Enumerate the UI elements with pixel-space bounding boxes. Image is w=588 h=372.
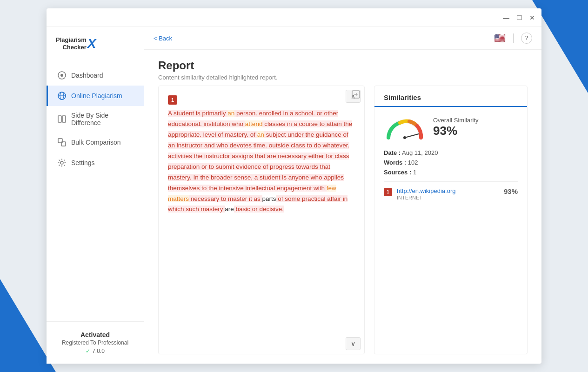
svg-point-12 [403,136,406,139]
gauge-container [384,114,426,140]
similarities-title: Similarities [384,93,518,106]
page-subtitle: Content similarity detailed highlighted … [158,74,528,81]
svg-line-11 [405,134,419,138]
topbar-icons: 🇺🇸 ? [494,33,532,44]
highlighted-text-10: necessary to master it as [189,195,262,202]
sources-label: Sources : [384,169,411,176]
similarities-header: Similarities [374,86,527,107]
source-pct: 93% [504,187,518,195]
side-by-side-icon [57,114,67,124]
sidebar-item-bulk-comparison[interactable]: Bulk Comparison [47,132,144,153]
main-panel: < Back 🇺🇸 ? Report Content similarity de… [144,27,541,364]
highlighted-text-2: an [227,110,234,117]
main-window: — ☐ ✕ Plagiarism Checker X [47,8,541,364]
scroll-down-icon: ∨ [351,340,355,347]
highlighted-text-7: subject under the guidance of an instruc… [168,131,349,192]
checkmark-icon: ✓ [86,348,90,354]
back-button[interactable]: < Back [154,35,172,42]
overall-pct: 93% [433,124,518,138]
overall-info: Overall Similarity 93% [433,117,518,138]
source-num-badge: 1 [384,188,392,196]
source-url[interactable]: http://en.wikipedia.org [397,187,499,194]
logo-x: X [87,36,96,51]
highlighted-text-12: basic or decisive. [234,206,284,213]
date-label: Date : [384,149,401,156]
normal-text-1: parts [262,195,276,202]
dashboard-label: Dashboard [71,72,103,79]
minimize-button[interactable]: — [502,14,510,21]
source-badge: 1 [168,95,177,105]
normal-text-2: are [225,206,234,213]
logo-area: Plagiarism Checker X [47,27,144,65]
text-content: A student is primarily an person. enroll… [168,108,355,215]
text-scroll-area: 1 A student is primarily an person. enro… [159,86,364,354]
help-button[interactable]: ? [521,33,532,44]
maximize-button[interactable]: ☐ [515,14,523,21]
sidebar: Plagiarism Checker X Dashboard [47,27,144,364]
activated-text: Activated [56,331,134,339]
content-area: Plagiarism Checker X Dashboard [47,27,541,364]
page-header: Report Content similarity detailed highl… [144,50,541,86]
flag-icon[interactable]: 🇺🇸 [494,33,506,44]
registered-text: Registered To Professional [56,339,134,346]
svg-rect-5 [58,116,61,122]
scroll-down-button[interactable]: ∨ [346,337,361,350]
settings-icon [57,158,67,167]
side-by-side-label: Side By Side Difference [71,112,134,126]
sources-value-text: 1 [413,169,416,176]
source-info: http://en.wikipedia.org INTERNET [397,187,499,200]
words-value-text: 102 [408,159,418,166]
highlighted-text-8: few [327,185,336,192]
source-type: INTERNET [397,195,499,200]
sidebar-bottom: Activated Registered To Professional ✓ 7… [47,321,144,364]
sources-row: Sources : 1 [384,169,518,176]
sidebar-item-settings[interactable]: Settings [47,153,144,173]
online-plagiarism-label: Online Plagiarism [71,92,122,100]
topbar: < Back 🇺🇸 ? [144,27,541,50]
dashboard-icon [57,71,67,80]
similarities-body: Overall Similarity 93% Date : Aug 11, 20… [374,107,527,354]
words-row: Words : 102 [384,159,518,166]
page-title: Report [158,59,528,72]
date-row: Date : Aug 11, 2020 [384,149,518,156]
bulk-comparison-icon [57,138,67,147]
sidebar-item-online-plagiarism[interactable]: Online Plagiarism [47,86,144,106]
sidebar-item-side-by-side[interactable]: Side By Side Difference [47,106,144,132]
overall-label: Overall Similarity [433,117,518,124]
logo-text-line1: Plagiarism [56,36,87,44]
divider [513,33,514,43]
svg-rect-6 [62,116,66,122]
settings-label: Settings [71,159,95,166]
svg-point-9 [60,161,63,164]
separator [384,181,518,182]
words-label: Words : [384,159,406,166]
gauge-row: Overall Similarity 93% [384,114,518,140]
sidebar-item-dashboard[interactable]: Dashboard [47,65,144,86]
logo: Plagiarism Checker X [56,36,96,51]
report-body: ∧ 1 A student is primarily an person. en… [144,86,541,364]
export-button[interactable] [351,89,361,102]
logo-text-line2: Checker [62,44,86,51]
highlighted-text-9: matters [168,195,189,202]
titlebar: — ☐ ✕ [47,8,541,27]
svg-point-1 [60,74,63,77]
highlighted-text-6: an [257,131,264,138]
version-text: ✓ 7.0.0 [56,348,134,354]
source-item: 1 http://en.wikipedia.org INTERNET 93% [384,187,518,200]
highlighted-text-1: A student is primarily [168,110,227,117]
highlighted-text-4: attend [245,120,263,127]
online-plagiarism-icon [57,91,67,100]
date-value-text: Aug 11, 2020 [402,149,438,156]
text-panel: ∧ 1 A student is primarily an person. en… [158,86,365,354]
bulk-comparison-label: Bulk Comparison [71,139,121,146]
close-button[interactable]: ✕ [528,14,536,21]
similarities-panel: Similarities [374,86,528,354]
